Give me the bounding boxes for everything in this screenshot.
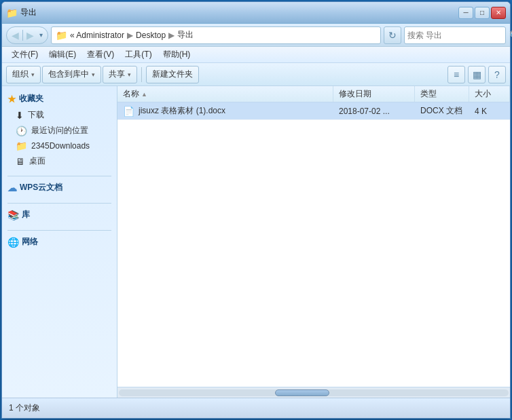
status-count: 1 个对象 xyxy=(9,402,40,414)
menu-help[interactable]: 帮助(H) xyxy=(158,47,196,62)
menubar: 文件(F) 编辑(E) 查看(V) 工具(T) 帮助(H) xyxy=(2,47,510,63)
nav-sep xyxy=(22,30,23,41)
folder-icon: 📁 xyxy=(6,7,18,18)
path-bar[interactable]: 📁 « Administrator ▶ Desktop ▶ 导出 xyxy=(51,26,381,44)
col-name[interactable]: 名称 ▲ xyxy=(117,86,333,102)
include-button[interactable]: 包含到库中 ▾ xyxy=(42,66,101,83)
search-bar: 🔍 xyxy=(404,26,506,44)
wps-icon: ☁ xyxy=(7,183,17,193)
col-size-label: 大小 xyxy=(475,88,491,100)
2345-icon: 📁 xyxy=(16,140,27,151)
menu-tools[interactable]: 工具(T) xyxy=(120,47,157,62)
share-button[interactable]: 共享 ▾ xyxy=(103,66,137,83)
library-label: 库 xyxy=(22,209,30,221)
close-button[interactable]: ✕ xyxy=(491,7,506,19)
sidebar-item-recent[interactable]: 🕐 最近访问的位置 xyxy=(2,123,117,138)
forward-button[interactable]: ▶ xyxy=(24,30,36,41)
toolbar-right: ≡ ▦ ? xyxy=(447,66,506,83)
sidebar-item-2345[interactable]: 📁 2345Downloads xyxy=(2,138,117,153)
titlebar: 📁 导出 ─ □ ✕ xyxy=(2,2,510,24)
filelist-header: 名称 ▲ 修改日期 类型 大小 xyxy=(117,86,510,102)
view-toggle-button[interactable]: ≡ xyxy=(447,66,465,83)
refresh-button[interactable]: ↻ xyxy=(384,26,401,44)
scrollbar-thumb[interactable] xyxy=(275,389,329,396)
network-label: 网络 xyxy=(22,236,38,248)
file-type: DOCX 文档 xyxy=(420,105,462,117)
file-docx-icon: 📄 xyxy=(123,106,134,117)
path-sep-1: ▶ xyxy=(127,31,133,40)
include-label: 包含到库中 xyxy=(48,69,89,80)
wps-label: WPS云文档 xyxy=(20,182,62,193)
sidebar-item-desktop[interactable]: 🖥 桌面 xyxy=(2,153,117,169)
col-name-label: 名称 xyxy=(123,88,139,100)
desktop-icon: 🖥 xyxy=(16,156,25,167)
menu-view[interactable]: 查看(V) xyxy=(81,47,120,62)
toolbar: 组织 ▾ 包含到库中 ▾ 共享 ▾ 新建文件夹 ≡ ▦ ? xyxy=(2,63,510,86)
downloads-icon: ⬇ xyxy=(16,110,24,121)
path-segment-3: 导出 xyxy=(177,29,194,41)
sidebar-divider-2 xyxy=(7,203,111,204)
path-segment-2: Desktop xyxy=(136,31,166,40)
help-button[interactable]: ? xyxy=(488,66,506,83)
col-date[interactable]: 修改日期 xyxy=(333,86,415,102)
favorites-label: 收藏夹 xyxy=(19,93,43,104)
menu-edit[interactable]: 编辑(E) xyxy=(43,47,81,62)
horizontal-scrollbar[interactable] xyxy=(117,387,510,398)
file-date-cell: 2018-07-02 ... xyxy=(333,107,415,116)
search-icon[interactable]: 🔍 xyxy=(509,30,512,41)
explorer-window: 📁 导出 ─ □ ✕ ◀ ▶ ▾ 📁 « Administrator ▶ Des… xyxy=(1,1,511,419)
menu-file[interactable]: 文件(F) xyxy=(6,47,43,62)
path-text: « Administrator ▶ Desktop ▶ 导出 xyxy=(70,29,194,41)
sidebar-divider-3 xyxy=(7,230,111,231)
main-content: ★ 收藏夹 ⬇ 下载 🕐 最近访问的位置 📁 2345Downloads 🖥 xyxy=(2,86,510,398)
back-button[interactable]: ◀ xyxy=(10,30,21,41)
path-segment-1: « Administrator xyxy=(70,31,124,40)
library-icon: 📚 xyxy=(7,210,19,221)
sidebar-section-network: 🌐 网络 xyxy=(2,233,117,250)
back-forward-group: ◀ ▶ ▾ xyxy=(6,26,48,44)
desktop-label: 桌面 xyxy=(29,155,45,167)
sidebar-divider-1 xyxy=(7,176,111,176)
col-type[interactable]: 类型 xyxy=(415,86,469,102)
dropdown-arrow[interactable]: ▾ xyxy=(37,31,45,39)
organize-button[interactable]: 组织 ▾ xyxy=(6,66,41,83)
share-label: 共享 xyxy=(109,69,125,80)
file-date: 2018-07-02 ... xyxy=(339,107,390,116)
file-size-cell: 4 K xyxy=(469,107,510,116)
file-name: jisuxz 表格素材 (1).docx xyxy=(139,105,225,117)
share-dropdown-icon: ▾ xyxy=(128,71,131,78)
network-icon: 🌐 xyxy=(7,237,19,248)
file-type-cell: DOCX 文档 xyxy=(415,105,469,117)
search-input[interactable] xyxy=(407,31,509,40)
sidebar-header-wps: ☁ WPS云文档 xyxy=(2,179,117,196)
titlebar-title: 导出 xyxy=(20,7,37,18)
pane-button[interactable]: ▦ xyxy=(468,66,486,83)
organize-dropdown-icon: ▾ xyxy=(31,71,35,78)
scrollbar-track xyxy=(119,389,509,396)
sidebar-header-favorites: ★ 收藏夹 xyxy=(2,90,117,107)
favorites-icon: ★ xyxy=(7,94,16,104)
minimize-button[interactable]: ─ xyxy=(458,7,473,19)
statusbar: 1 个对象 xyxy=(2,398,510,418)
titlebar-left: 📁 导出 xyxy=(6,7,37,18)
sidebar-item-downloads[interactable]: ⬇ 下载 xyxy=(2,107,117,123)
file-name-cell: 📄 jisuxz 表格素材 (1).docx xyxy=(117,105,333,117)
sidebar-section-library: 📚 库 xyxy=(2,206,117,223)
filelist-content: 📄 jisuxz 表格素材 (1).docx 2018-07-02 ... DO… xyxy=(117,102,510,387)
file-size: 4 K xyxy=(475,107,487,116)
titlebar-controls: ─ □ ✕ xyxy=(458,7,506,19)
sidebar: ★ 收藏夹 ⬇ 下载 🕐 最近访问的位置 📁 2345Downloads 🖥 xyxy=(2,86,117,398)
new-folder-button[interactable]: 新建文件夹 xyxy=(146,66,199,83)
maximize-button[interactable]: □ xyxy=(475,7,490,19)
sidebar-header-network: 🌐 网络 xyxy=(2,233,117,250)
include-dropdown-icon: ▾ xyxy=(92,71,95,78)
col-size[interactable]: 大小 xyxy=(469,86,510,102)
recent-icon: 🕐 xyxy=(16,126,27,136)
table-row[interactable]: 📄 jisuxz 表格素材 (1).docx 2018-07-02 ... DO… xyxy=(117,102,510,120)
path-sep-2: ▶ xyxy=(168,31,175,40)
sort-indicator: ▲ xyxy=(141,91,147,98)
col-type-label: 类型 xyxy=(420,88,437,100)
sidebar-section-wps: ☁ WPS云文档 xyxy=(2,179,117,196)
2345-label: 2345Downloads xyxy=(31,141,90,151)
recent-label: 最近访问的位置 xyxy=(31,125,88,136)
